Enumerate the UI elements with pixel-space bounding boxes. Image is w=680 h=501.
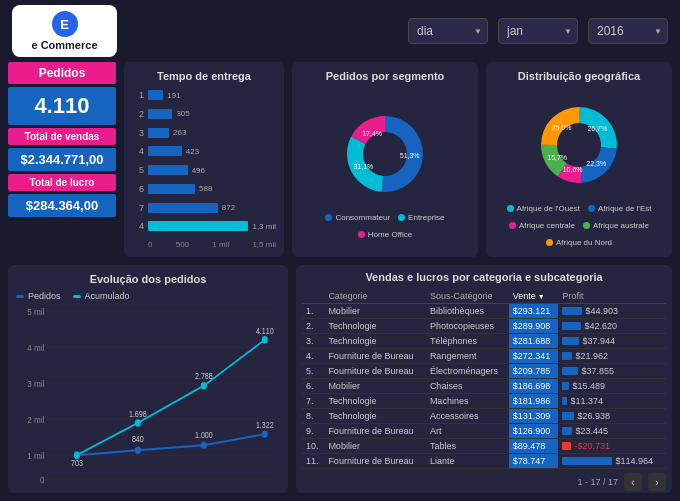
svg-text:2 mil: 2 mil [27,414,44,425]
profit-value: $42.620 [584,321,617,331]
legend-dot [546,239,553,246]
svg-point-30 [201,382,207,389]
logo: E e Commerce [12,5,117,57]
row-vente: $281.688 [509,334,559,349]
bar-label: 2 [132,109,144,119]
row-profit: $21.962 [558,349,666,364]
row-sub: Tables [426,439,509,454]
legend-item: Afrique australe [583,221,649,230]
legend-item: Home Office [358,230,412,239]
profit-value: $23.445 [575,426,608,436]
orders-label: Pedidos [8,62,116,84]
svg-text:51,3%: 51,3% [400,152,420,159]
row-num: 4. [302,349,324,364]
legend-label: Afrique australe [593,221,649,230]
svg-text:1.698: 1.698 [129,409,147,419]
table-row: 4. Fourniture de Bureau Rangement $272.3… [302,349,666,364]
col-vente[interactable]: Vente [509,289,559,304]
row-cat: Technologie [324,409,426,424]
table-body: 1. Mobilier Bibliothèques $293.121 $44.9… [302,304,666,469]
table-row: 9. Fourniture de Bureau Art $126.900 $23… [302,424,666,439]
legend-item: Consommateur [325,213,390,222]
legend-label: Home Office [368,230,412,239]
legend-label: Afrique centrale [519,221,575,230]
row-num: 9. [302,424,324,439]
table-row: 10. Mobilier Tables $89.478 -$20.731 [302,439,666,454]
segment-donut-wrapper: 51,3%31,1%17,4% ConsommateurEntrepriseHo… [300,99,470,239]
segment-legend: ConsommateurEntrepriseHome Office [300,213,470,239]
day-filter-wrapper: dia semana mês [408,18,488,44]
profit-bar [562,442,571,450]
svg-text:1.322: 1.322 [256,420,274,430]
bar-label: 4 [132,221,144,231]
next-page-button[interactable]: › [648,473,666,491]
year-filter[interactable]: 2016 2017 2018 2019 ano [588,18,668,44]
row-profit: -$20.731 [558,439,666,454]
svg-text:25,0%: 25,0% [552,124,572,131]
bar-label: 6 [132,184,144,194]
row-cat: Fourniture de Bureau [324,454,426,469]
profit-value: $44.903 [585,306,618,316]
row-vente: $289.908 [509,319,559,334]
bar-row: 2305 [132,107,276,121]
segment-chart-title: Pedidos por segmento [300,70,470,82]
row-cat: Technologie [324,334,426,349]
svg-text:26,7%: 26,7% [587,125,607,132]
svg-point-25 [135,447,141,454]
legend-dot [509,222,516,229]
row-profit: $37.944 [558,334,666,349]
bar-value: 263 [173,128,186,137]
profit-value: $26.938 [577,411,610,421]
row-sub: Machines [426,394,509,409]
evolution-chart-card: Evolução dos pedidos Pedidos Acumulado [8,265,288,493]
geo-chart-title: Distribuição geográfica [494,70,664,82]
month-filter-wrapper: jan fev mês [498,18,578,44]
profit-bar [562,367,578,375]
bar-fill [148,184,195,194]
profit-value: $114.964 [615,456,653,466]
row-vente: $186.698 [509,379,559,394]
bar-fill [148,203,218,213]
legend-dot [325,214,332,221]
legend-dot [588,205,595,212]
profit-value: $37.855 [581,366,614,376]
evolution-chart-title: Evolução dos pedidos [16,273,280,285]
profit-bar [562,307,582,315]
geo-donut-svg: 26,7%22,3%10,6%15,7%25,0% [524,90,634,200]
profit-bar [562,382,569,390]
svg-text:2017: 2017 [129,482,147,485]
day-filter[interactable]: dia semana mês [408,18,488,44]
svg-text:5 mil: 5 mil [27,306,44,317]
bar-row: 5496 [132,163,276,177]
row-profit: $11.374 [558,394,666,409]
prev-page-button[interactable]: ‹ [624,473,642,491]
bar-value: 1,3 mil [252,222,276,231]
bar-row: 7872 [132,201,276,215]
row-num: 11. [302,454,324,469]
row-vente: $89.478 [509,439,559,454]
segment-donut-svg: 51,3%31,1%17,4% [330,99,440,209]
row-cat: Fourniture de Bureau [324,364,426,379]
table-title: Vendas e lucros por categoria e subcateg… [302,271,666,283]
profit-value: $15.489 [572,381,605,391]
bar-chart: 119123053263442354966588787241,3 mil0500… [132,88,276,249]
row-num: 1. [302,304,324,319]
row-vente: $131.309 [509,409,559,424]
svg-point-29 [135,419,141,426]
row-cat: Technologie [324,394,426,409]
row-cat: Technologie [324,319,426,334]
row-sub: Électroménagers [426,364,509,379]
segment-chart-card: Pedidos por segmento 51,3%31,1%17,4% Con… [292,62,478,257]
col-profit[interactable]: Profit [558,289,666,304]
delivery-chart-title: Tempo de entrega [132,70,276,82]
table-row: 7. Technologie Machines $181.986 $11.374 [302,394,666,409]
month-filter[interactable]: jan fev mês [498,18,578,44]
profit-value: $11.374 [570,396,603,406]
profit-bar [562,322,581,330]
table-row: 2. Technologie Photocopieuses $289.908 $… [302,319,666,334]
logo-icon: E [52,11,78,37]
table-row: 6. Mobilier Chaises $186.698 $15.489 [302,379,666,394]
profit-bar [562,457,612,465]
legend-dot [398,214,405,221]
bar-row: 6588 [132,182,276,196]
